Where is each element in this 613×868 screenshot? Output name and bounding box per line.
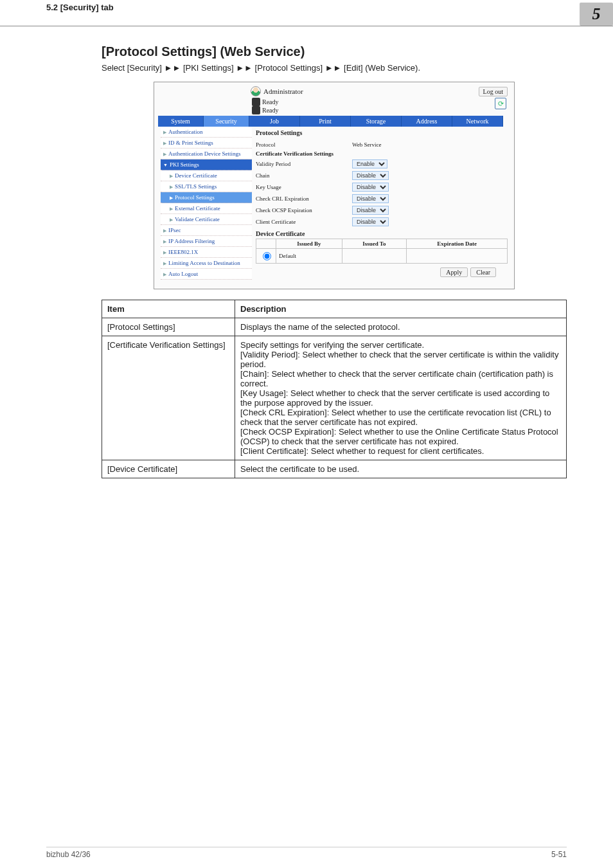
desc-item-0: [Protocol Settings] bbox=[102, 318, 235, 336]
key-usage-label: Key Usage bbox=[256, 184, 352, 190]
cvs-label: Certificate Verification Settings bbox=[256, 150, 352, 157]
crl-select[interactable]: Disable bbox=[352, 194, 389, 203]
nav-validate-cert[interactable]: Validate Certificate bbox=[161, 214, 252, 225]
clientcert-select[interactable]: Disable bbox=[352, 217, 389, 226]
tab-print[interactable]: Print bbox=[300, 116, 351, 127]
tab-address[interactable]: Address bbox=[402, 116, 452, 127]
tab-system[interactable]: System bbox=[158, 116, 204, 127]
crl-label: Check CRL Expiration bbox=[256, 195, 352, 202]
ocsp-select[interactable]: Disable bbox=[352, 206, 389, 215]
printer-status-icon bbox=[252, 98, 260, 106]
devcert-cell-issuedto bbox=[342, 249, 406, 264]
desc-text-2: Select the certificate to be used. bbox=[235, 460, 567, 478]
nav-ip-filter[interactable]: IP Address Filtering bbox=[161, 236, 252, 247]
logout-button[interactable]: Log out bbox=[479, 87, 508, 96]
chain-select[interactable]: Disable bbox=[352, 171, 389, 180]
nav-ieee8021x[interactable]: IEEE802.1X bbox=[161, 247, 252, 258]
scanner-status-icon bbox=[252, 106, 260, 114]
apply-button[interactable]: Apply bbox=[440, 267, 468, 277]
panel-heading: Protocol Settings bbox=[256, 129, 508, 136]
table-row: [Protocol Settings] Displays the name of… bbox=[102, 318, 567, 336]
user-icon bbox=[251, 86, 261, 96]
devcert-radio-default[interactable] bbox=[263, 252, 271, 260]
devcert-cell-expiration bbox=[407, 249, 508, 264]
ocsp-label: Check OCSP Expiration bbox=[256, 207, 352, 213]
devcert-col-radio bbox=[256, 239, 276, 249]
devcert-col-expiration: Expiration Date bbox=[407, 239, 508, 249]
description-table: Item Description [Protocol Settings] Dis… bbox=[102, 300, 567, 478]
desc-text-1: Specify settings for verifying the serve… bbox=[235, 336, 567, 460]
chain-label: Chain bbox=[256, 172, 352, 179]
nav-protocol-settings[interactable]: Protocol Settings bbox=[161, 192, 252, 203]
header-section-label: 5.2 [Security] tab bbox=[0, 3, 114, 12]
tab-security[interactable]: Security bbox=[204, 116, 249, 127]
clear-button[interactable]: Clear bbox=[470, 267, 496, 277]
ready-label-2: Ready bbox=[262, 107, 279, 114]
devcert-cell-issuedby: Default bbox=[276, 249, 342, 264]
protocol-label: Protocol bbox=[256, 141, 352, 148]
nav-pki-settings[interactable]: PKI Settings bbox=[161, 159, 252, 170]
devcert-col-issuedby: Issued By bbox=[276, 239, 342, 249]
device-cert-table: Issued By Issued To Expiration Date Defa… bbox=[256, 239, 508, 264]
desc-text-0: Displays the name of the selected protoc… bbox=[235, 318, 567, 336]
devcert-col-issuedto: Issued To bbox=[342, 239, 406, 249]
header-chapter-number: 5 bbox=[580, 3, 613, 26]
table-row: Default bbox=[256, 249, 508, 264]
tab-job[interactable]: Job bbox=[249, 116, 300, 127]
protocol-value: Web Service bbox=[352, 141, 382, 148]
section-title: [Protocol Settings] (Web Service) bbox=[102, 44, 567, 59]
nav-ssl-tls[interactable]: SSL/TLS Settings bbox=[161, 181, 252, 192]
tab-storage[interactable]: Storage bbox=[351, 116, 402, 127]
nav-authentication[interactable]: Authentication bbox=[161, 127, 252, 138]
admin-label: Administrator bbox=[263, 87, 303, 95]
nav-device-cert[interactable]: Device Certificate bbox=[161, 170, 252, 181]
desc-header-description: Description bbox=[235, 300, 567, 318]
table-row: [Device Certificate] Select the certific… bbox=[102, 460, 567, 478]
key-usage-select[interactable]: Disable bbox=[352, 183, 389, 192]
clientcert-label: Client Certificate bbox=[256, 219, 352, 225]
device-cert-label: Device Certificate bbox=[256, 230, 508, 237]
ready-label-1: Ready bbox=[262, 98, 279, 105]
nav-external-cert[interactable]: External Certificate bbox=[161, 203, 252, 214]
nav-auto-logout[interactable]: Auto Logout bbox=[161, 269, 252, 280]
footer-page: 5-51 bbox=[551, 850, 567, 859]
table-row: [Certificate Verification Settings] Spec… bbox=[102, 336, 567, 460]
nav-id-print[interactable]: ID & Print Settings bbox=[161, 138, 252, 149]
nav-auth-device[interactable]: Authentication Device Settings bbox=[161, 149, 252, 159]
validity-period-select[interactable]: Enable bbox=[352, 159, 387, 168]
breadcrumb-instruction: Select [Security] ►► [PKI Settings] ►► [… bbox=[102, 63, 567, 73]
top-tabs: System Security Job Print Storage Addres… bbox=[158, 116, 510, 127]
tab-network[interactable]: Network bbox=[452, 116, 503, 127]
validity-period-label: Validity Period bbox=[256, 161, 352, 167]
nav-limit-access[interactable]: Limiting Access to Destination bbox=[161, 258, 252, 269]
refresh-icon[interactable]: ⟳ bbox=[495, 98, 506, 109]
embedded-admin-panel: Administrator Log out Ready Ready ⟳ Syst… bbox=[154, 82, 515, 289]
nav-ipsec[interactable]: IPsec bbox=[161, 225, 252, 236]
desc-item-2: [Device Certificate] bbox=[102, 460, 235, 478]
desc-header-item: Item bbox=[102, 300, 235, 318]
side-nav: Authentication ID & Print Settings Authe… bbox=[161, 127, 252, 280]
footer-model: bizhub 42/36 bbox=[46, 850, 91, 859]
desc-item-1: [Certificate Verification Settings] bbox=[102, 336, 235, 460]
